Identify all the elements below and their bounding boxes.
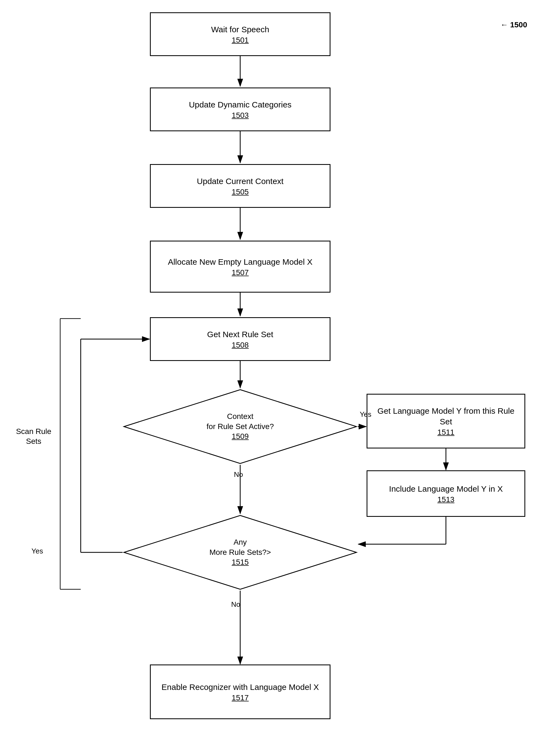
box-enable-recognizer: Enable Recognizer with Language Model X … — [150, 665, 331, 719]
diamond-1515-line1: Any — [234, 538, 247, 546]
diamond-1515-ref: 1515 — [209, 557, 271, 567]
scan-rule-sets-label: Scan RuleSets — [11, 427, 57, 447]
yes-label-1509: Yes — [360, 410, 371, 419]
diamond-1509-line2: for Rule Set Active? — [206, 422, 274, 431]
box-get-language-model-y: Get Language Model Y from this Rule Set … — [366, 394, 525, 448]
diamond-1509-ref: 1509 — [206, 431, 274, 441]
box-update-dynamic-categories: Update Dynamic Categories 1503 — [150, 87, 331, 131]
diamond-more-rule-sets: Any More Rule Sets?> 1515 — [123, 514, 358, 591]
box-allocate-language-model: Allocate New Empty Language Model X 1507 — [150, 241, 331, 292]
no-label-1515: No — [231, 600, 240, 609]
box-wait-for-speech: Wait for Speech 1501 — [150, 12, 331, 56]
diagram-reference: ← 1500 — [500, 21, 527, 29]
diamond-context-active: Context for Rule Set Active? 1509 — [123, 388, 358, 465]
yes-label-1515: Yes — [32, 547, 43, 555]
no-label-1509: No — [234, 470, 243, 479]
box-update-current-context: Update Current Context 1505 — [150, 164, 331, 208]
box-include-language-model: Include Language Model Y in X 1513 — [366, 470, 525, 517]
diamond-1515-line2: More Rule Sets?> — [209, 548, 271, 556]
box-get-next-rule-set: Get Next Rule Set 1508 — [150, 317, 331, 361]
diamond-1509-line1: Context — [227, 412, 254, 421]
flowchart-diagram: ← 1500 — [0, 0, 560, 755]
